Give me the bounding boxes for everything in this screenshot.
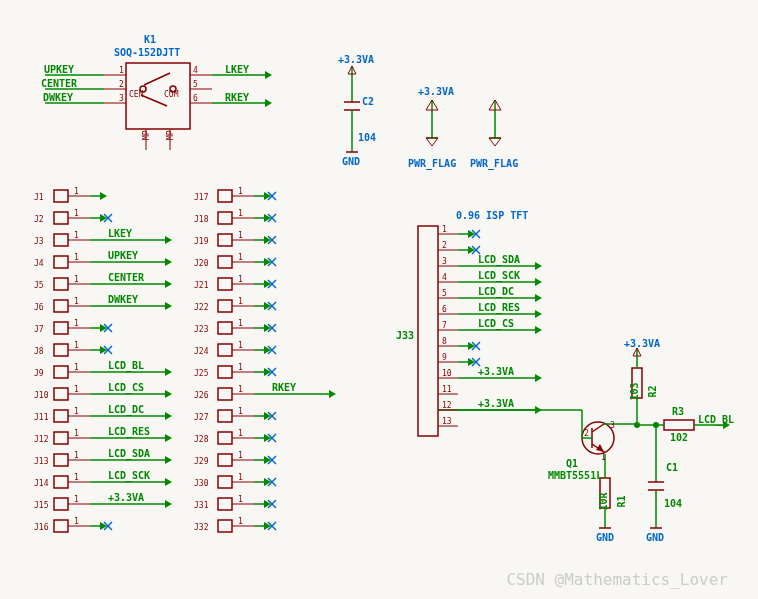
net-lcd_res: LCD_RES (108, 426, 150, 437)
j33-net-4: LCD_SCK (478, 270, 520, 281)
svg-marker-255 (329, 390, 336, 398)
svg-line-47 (592, 424, 604, 432)
svg-text:1: 1 (74, 407, 79, 416)
net-v33: +3.3VA (108, 492, 144, 503)
svg-text:13: 13 (442, 417, 452, 426)
svg-marker-139 (165, 390, 172, 398)
r1-gnd: GND (596, 532, 614, 543)
svg-text:J1: J1 (34, 193, 44, 202)
svg-text:1: 1 (119, 66, 124, 75)
svg-rect-178 (218, 190, 232, 202)
svg-text:3: 3 (610, 421, 615, 430)
svg-text:1: 1 (74, 231, 79, 240)
svg-text:J20: J20 (194, 259, 209, 268)
j33-net-7: LCD_CS (478, 318, 514, 329)
svg-text:J26: J26 (194, 391, 209, 400)
svg-text:2: 2 (584, 429, 589, 438)
net-center: CENTER (41, 78, 77, 89)
svg-text:1: 1 (601, 453, 606, 462)
k1-ref: K1 (144, 34, 156, 45)
q1-val: MMBT5551L (548, 470, 602, 481)
svg-line-11 (144, 73, 170, 85)
svg-text:CEN: CEN (129, 90, 144, 99)
svg-text:4: 4 (442, 273, 447, 282)
component-k1: 123 456 CEN COM MP MP (104, 63, 212, 150)
svg-rect-202 (218, 256, 232, 268)
svg-rect-234 (218, 344, 232, 356)
net-lcdbl-r3: LCD_BL (698, 414, 734, 425)
svg-text:1: 1 (238, 253, 243, 262)
svg-marker-79 (100, 192, 107, 200)
svg-text:1: 1 (238, 451, 243, 460)
svg-text:1: 1 (74, 319, 79, 328)
svg-text:9: 9 (442, 353, 447, 362)
svg-text:1: 1 (74, 517, 79, 526)
svg-text:J18: J18 (194, 215, 209, 224)
c2-val: 104 (358, 132, 376, 143)
svg-rect-128 (54, 366, 68, 378)
svg-text:1: 1 (74, 429, 79, 438)
svg-marker-43 (489, 138, 501, 146)
svg-text:12: 12 (442, 401, 452, 410)
net-dwkey: DWKEY (108, 294, 138, 305)
svg-text:J21: J21 (194, 281, 209, 290)
svg-marker-335 (535, 326, 542, 334)
svg-text:J27: J27 (194, 413, 209, 422)
svg-rect-80 (54, 212, 68, 224)
svg-text:J25: J25 (194, 369, 209, 378)
svg-text:1: 1 (238, 495, 243, 504)
svg-text:MP: MP (142, 130, 151, 140)
svg-text:11: 11 (442, 385, 452, 394)
svg-rect-164 (54, 498, 68, 510)
svg-rect-74 (54, 190, 68, 202)
svg-text:J3: J3 (34, 237, 44, 246)
svg-rect-158 (54, 476, 68, 488)
svg-marker-145 (165, 412, 172, 420)
svg-text:J13: J13 (34, 457, 49, 466)
svg-text:1: 1 (238, 517, 243, 526)
c2-gnd: GND (342, 156, 360, 167)
svg-text:6: 6 (193, 94, 198, 103)
svg-text:7: 7 (442, 321, 447, 330)
net-center: CENTER (108, 272, 144, 283)
svg-marker-29 (265, 99, 272, 107)
svg-marker-331 (535, 310, 542, 318)
svg-text:J19: J19 (194, 237, 209, 246)
svg-marker-351 (535, 374, 542, 382)
net-rkey: RKEY (225, 92, 249, 103)
svg-text:1: 1 (74, 341, 79, 350)
svg-rect-100 (54, 278, 68, 290)
svg-marker-99 (165, 258, 172, 266)
svg-marker-157 (165, 456, 172, 464)
j33-net-10: +3.3VA (478, 366, 514, 377)
c2-ref: C2 (362, 96, 374, 107)
svg-text:1: 1 (442, 225, 447, 234)
svg-text:J10: J10 (34, 391, 49, 400)
net-lcd_dc: LCD_DC (108, 404, 144, 415)
svg-marker-151 (165, 434, 172, 442)
r2-ref: R2 (647, 385, 658, 397)
svg-text:J12: J12 (34, 435, 49, 444)
r1-ref: R1 (616, 495, 627, 507)
svg-marker-105 (165, 280, 172, 288)
svg-text:J6: J6 (34, 303, 44, 312)
svg-rect-120 (54, 344, 68, 356)
svg-rect-88 (54, 234, 68, 246)
r3-val: 102 (670, 432, 688, 443)
svg-text:COM: COM (164, 90, 179, 99)
svg-marker-323 (535, 278, 542, 286)
svg-text:J17: J17 (194, 193, 209, 202)
svg-text:3: 3 (442, 257, 447, 266)
svg-rect-296 (218, 520, 232, 532)
svg-text:1: 1 (238, 429, 243, 438)
svg-marker-39 (426, 138, 438, 146)
svg-marker-28 (265, 71, 272, 79)
component-r3 (664, 420, 694, 430)
svg-text:J32: J32 (194, 523, 209, 532)
j33-ref: J33 (396, 330, 414, 341)
svg-rect-210 (218, 278, 232, 290)
c2-v33: +3.3VA (338, 54, 374, 65)
svg-text:6: 6 (442, 305, 447, 314)
net-upkey: UPKEY (44, 64, 74, 75)
r3-ref: R3 (672, 406, 684, 417)
